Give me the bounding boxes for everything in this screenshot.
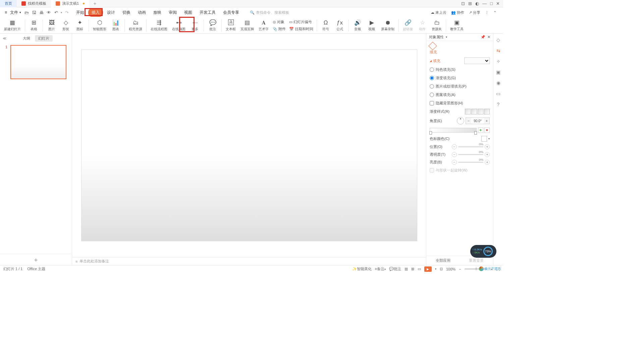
tool-wordart[interactable]: 𝐀艺术字 <box>257 19 271 32</box>
brightness-plus[interactable]: + <box>485 160 490 165</box>
angle-dial[interactable] <box>457 117 464 124</box>
tab-add-button[interactable]: ＋ <box>89 1 101 7</box>
notes-bar[interactable]: ≡ 单击此处添加备注 <box>72 257 426 265</box>
transparency-slider[interactable]: 0% <box>458 154 483 155</box>
tab-outline[interactable]: 大纲 <box>19 35 34 42</box>
tool-shape[interactable]: ◇形状 <box>59 19 72 32</box>
tab-slides[interactable]: 幻灯片 <box>35 35 53 42</box>
radio-pattern[interactable]: 图案填充(A) <box>430 92 490 98</box>
beautify-button[interactable]: ✨智能美化 <box>352 266 372 271</box>
tool-comment[interactable]: 💬批注 <box>206 19 219 32</box>
tool-flow[interactable]: ⇶在线流程图 <box>149 19 169 32</box>
menu-view[interactable]: 视图 <box>181 8 196 17</box>
transparency-minus[interactable]: − <box>452 152 457 157</box>
menu-devtools[interactable]: 开发工具 <box>196 8 219 17</box>
apply-all-button[interactable]: 全部应用 <box>426 256 460 265</box>
close-icon[interactable]: ✕ <box>496 1 500 6</box>
tool-screenrec[interactable]: ⏺屏幕录制 <box>379 19 396 32</box>
collapse-ribbon-icon[interactable]: ⌃ <box>493 10 496 15</box>
vstrip-location-icon[interactable]: ◉ <box>495 80 501 86</box>
radio-picture[interactable]: 图片或纹理填充(P) <box>430 84 490 89</box>
minimize-icon[interactable]: — <box>482 1 487 6</box>
tool-picture[interactable]: 🖼图片 <box>45 19 58 32</box>
tool-header[interactable]: ▤页眉页脚 <box>238 19 256 32</box>
gradient-stop-1[interactable] <box>429 131 432 135</box>
stop-color-swatch[interactable] <box>481 136 487 142</box>
tool-teach[interactable]: ▣教学工具 <box>448 19 466 32</box>
tool-icon[interactable]: ✦图标 <box>73 19 87 32</box>
pin-icon[interactable]: 📌 <box>481 35 485 39</box>
tab-document[interactable]: 演示文稿1 <box>51 0 89 7</box>
check-hidebg[interactable]: 隐藏背景图形(H) <box>430 100 490 106</box>
brightness-slider[interactable]: 0% <box>458 162 483 163</box>
vstrip-help-icon[interactable]: ? <box>495 101 501 107</box>
close-panel-icon[interactable]: ✕ <box>487 35 490 39</box>
tab-home[interactable]: 首页 <box>0 0 17 7</box>
menu-design[interactable]: 设计 <box>104 8 118 17</box>
redo-icon[interactable]: ↷ <box>64 10 69 15</box>
zoom-level[interactable]: 100% <box>446 267 455 271</box>
menu-review[interactable]: 审阅 <box>165 8 180 17</box>
tool-video[interactable]: ▶视频 <box>365 19 378 32</box>
section-fill[interactable]: 填充 <box>430 58 440 63</box>
save-icon[interactable]: 🖫 <box>31 10 37 15</box>
slide-thumbnail[interactable] <box>10 45 66 79</box>
notes-toggle[interactable]: ≡备注▾ <box>375 266 386 271</box>
search-input[interactable]: 🔍查找命令、搜索模板 <box>250 10 289 15</box>
view-normal-icon[interactable]: ▥ <box>405 267 408 271</box>
tool-more[interactable]: ⋯更多 <box>188 19 202 32</box>
vstrip-layer-icon[interactable]: ▣ <box>495 69 501 75</box>
tool-smart[interactable]: ⬡智能图形 <box>91 19 108 32</box>
add-slide-button[interactable]: ＋ <box>0 254 72 265</box>
grad-style-2[interactable] <box>471 109 477 114</box>
radio-solid-input[interactable] <box>430 67 434 72</box>
coop-button[interactable]: 👥协作 <box>451 10 464 15</box>
radio-picture-input[interactable] <box>430 84 434 89</box>
canvas-viewport[interactable] <box>72 34 426 257</box>
tool-formula[interactable]: ƒx公式 <box>333 19 346 32</box>
vstrip-diamond-icon[interactable]: ◇ <box>495 37 501 43</box>
share-button[interactable]: ↗分享 <box>469 10 480 15</box>
apps-icon[interactable]: ⊞ <box>468 1 472 6</box>
tool-res[interactable]: 🗂稻壳资源 <box>127 19 144 32</box>
zoom-out-icon[interactable]: − <box>459 267 461 271</box>
tab-templates[interactable]: 找稻壳模板 <box>17 0 51 7</box>
fill-preset-select[interactable] <box>464 57 490 64</box>
tool-textbox[interactable]: 🄰文本框 <box>224 19 238 32</box>
angle-minus[interactable]: − <box>466 118 471 124</box>
menu-start[interactable]: 开始 <box>73 8 88 17</box>
tool-mind[interactable]: ⊷在线脑图 <box>170 19 187 32</box>
user-avatar-icon[interactable]: ◐ <box>475 1 479 6</box>
radio-pattern-input[interactable] <box>430 93 434 97</box>
brightness-minus[interactable]: − <box>452 160 457 165</box>
position-plus[interactable]: + <box>485 144 490 149</box>
cloud-status[interactable]: ☁未上云 <box>431 10 446 15</box>
add-stop-icon[interactable]: ✚ <box>478 128 483 133</box>
vstrip-settings-icon[interactable]: ⇆ <box>495 48 501 54</box>
print-icon[interactable]: 🖶 <box>39 10 44 15</box>
gradient-stop-2[interactable] <box>474 131 477 135</box>
reading-mode-icon[interactable]: ⊡ <box>461 1 465 6</box>
fill-tab[interactable]: 填充 <box>430 43 490 55</box>
slideshow-button[interactable]: ▶ <box>424 266 432 272</box>
radio-gradient[interactable]: 渐变填充(G) <box>430 75 490 81</box>
menu-member[interactable]: 会员专享 <box>220 8 243 17</box>
tool-table[interactable]: ⊞表格 <box>27 19 41 32</box>
menu-insert[interactable]: 插入 <box>88 8 103 17</box>
menu-slideshow[interactable]: 放映 <box>150 8 165 17</box>
radio-solid[interactable]: 纯色填充(S) <box>430 67 490 72</box>
tool-object[interactable]: ◎对象 <box>271 19 287 25</box>
file-menu[interactable]: ≡文件▾ <box>3 9 23 16</box>
gradient-bar[interactable] <box>430 128 477 133</box>
radio-gradient-input[interactable] <box>430 76 434 80</box>
print-preview-icon[interactable]: 👁 <box>46 10 51 15</box>
view-reading-icon[interactable]: ▭ <box>418 267 421 271</box>
tool-symbol[interactable]: Ω符号 <box>319 19 332 32</box>
slide-canvas[interactable] <box>82 50 417 241</box>
menu-transition[interactable]: 切换 <box>119 8 134 17</box>
tool-new-slide[interactable]: ▦新建幻灯片 <box>2 19 23 32</box>
position-minus[interactable]: − <box>452 144 457 149</box>
view-sorter-icon[interactable]: ⊞ <box>411 267 414 271</box>
grad-style-1[interactable] <box>465 109 471 114</box>
comment-toggle[interactable]: 💬批注 <box>389 266 401 271</box>
